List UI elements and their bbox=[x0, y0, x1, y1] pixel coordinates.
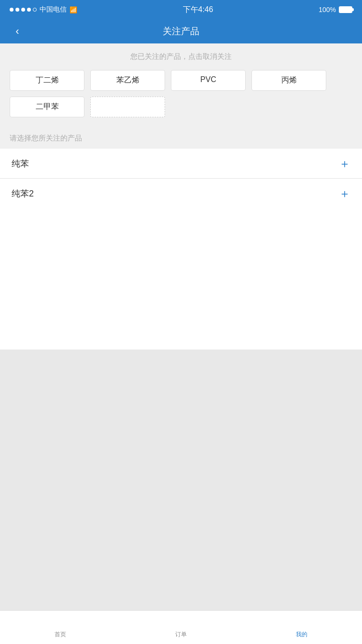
status-time: 下午4:46 bbox=[183, 5, 213, 15]
selected-tags: 丁二烯 苯乙烯 PVC 丙烯 二甲苯 bbox=[10, 70, 352, 117]
dot-1 bbox=[10, 8, 14, 12]
dot-3 bbox=[21, 8, 25, 12]
dot-5 bbox=[33, 8, 37, 12]
wifi-icon: 📶 bbox=[70, 6, 77, 14]
add-icon-2[interactable]: ＋ bbox=[339, 188, 350, 199]
dot-2 bbox=[15, 8, 19, 12]
selected-section: 您已关注的产品，点击取消关注 丁二烯 苯乙烯 PVC 丙烯 二甲苯 bbox=[0, 43, 362, 127]
choose-hint: 请选择您所关注的产品 bbox=[0, 127, 362, 149]
status-bar-right: 100% bbox=[319, 6, 352, 14]
product-name-2: 纯苯2 bbox=[12, 188, 34, 199]
tag-pvc[interactable]: PVC bbox=[171, 70, 246, 91]
tab-order-label: 订单 bbox=[175, 630, 187, 639]
tag-empty bbox=[90, 97, 165, 117]
status-bar-left: 中国电信 📶 bbox=[10, 5, 77, 14]
selected-hint: 您已关注的产品，点击取消关注 bbox=[10, 52, 352, 61]
tag-propylene[interactable]: 丙烯 bbox=[251, 70, 326, 91]
battery-icon bbox=[339, 6, 352, 13]
battery-percent: 100% bbox=[319, 6, 336, 14]
content-spacer bbox=[0, 350, 362, 610]
carrier-label: 中国电信 bbox=[40, 5, 67, 14]
dot-4 bbox=[27, 8, 31, 12]
list-item-pure-benzene[interactable]: 纯苯 ＋ bbox=[0, 149, 362, 179]
nav-title: 关注产品 bbox=[163, 25, 199, 38]
tab-home-label: 首页 bbox=[55, 630, 66, 639]
tab-home[interactable]: 首页 bbox=[0, 611, 121, 644]
tab-mine-label: 我的 bbox=[296, 630, 307, 639]
add-icon-1[interactable]: ＋ bbox=[339, 158, 350, 169]
tab-order[interactable]: 订单 bbox=[121, 611, 241, 644]
main-content: 您已关注的产品，点击取消关注 丁二烯 苯乙烯 PVC 丙烯 二甲苯 请选择您所关… bbox=[0, 43, 362, 610]
back-button[interactable]: ‹ bbox=[8, 22, 27, 41]
tag-butadiene[interactable]: 丁二烯 bbox=[10, 70, 84, 91]
tab-bar: 首页 订单 我的 bbox=[0, 610, 362, 644]
status-bar: 中国电信 📶 下午4:46 100% bbox=[0, 0, 362, 19]
signal-dots bbox=[10, 8, 37, 12]
product-name-1: 纯苯 bbox=[12, 158, 29, 169]
battery-fill bbox=[340, 7, 351, 12]
tag-styrene[interactable]: 苯乙烯 bbox=[90, 70, 165, 91]
product-list: 纯苯 ＋ 纯苯2 ＋ bbox=[0, 149, 362, 350]
nav-bar: ‹ 关注产品 bbox=[0, 19, 362, 43]
tag-xylene[interactable]: 二甲苯 bbox=[10, 97, 84, 117]
list-item-pure-benzene-2[interactable]: 纯苯2 ＋ bbox=[0, 179, 362, 209]
tab-mine[interactable]: 我的 bbox=[241, 611, 362, 644]
